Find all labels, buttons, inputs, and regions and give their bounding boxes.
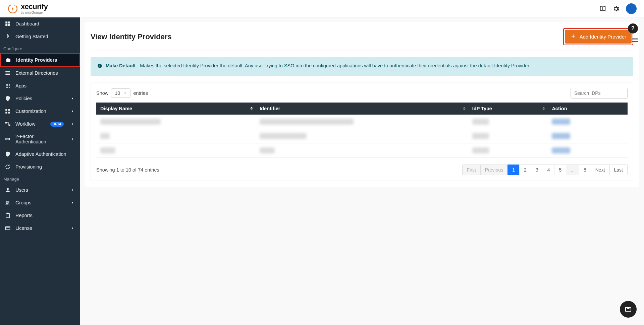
chevron-right-icon <box>70 136 75 142</box>
show-label-post: entries <box>133 90 148 96</box>
sidebar-item-adaptive-auth[interactable]: Adaptive Authentication <box>0 148 80 160</box>
sidebar-section-manage: Manage <box>0 173 80 184</box>
blurred-cell <box>260 147 275 153</box>
col-action: Action <box>548 103 628 115</box>
sidebar-item-label: Apps <box>15 83 75 88</box>
svg-text:123: 123 <box>6 138 9 140</box>
page-last[interactable]: Last <box>609 165 628 175</box>
svg-rect-8 <box>5 73 10 73</box>
entries-select[interactable]: 10 <box>111 88 130 98</box>
svg-point-15 <box>9 85 10 86</box>
svg-rect-3 <box>5 21 7 23</box>
svg-point-10 <box>6 84 7 85</box>
svg-rect-6 <box>8 24 10 26</box>
right-panel-toggle[interactable] <box>632 37 638 43</box>
col-identifier[interactable]: Identifier <box>256 103 468 115</box>
col-idp-type[interactable]: IdP Type <box>468 103 548 115</box>
blurred-cell <box>472 119 489 125</box>
sidebar-item-users[interactable]: Users <box>0 184 80 196</box>
logo-shield-icon <box>7 3 18 14</box>
beta-badge: BETA <box>50 122 64 127</box>
sidebar-item-label: Reports <box>15 213 75 218</box>
sidebar-item-dashboard[interactable]: Dashboard <box>0 17 80 30</box>
table-row <box>96 129 628 143</box>
svg-rect-20 <box>8 109 10 111</box>
sidebar-item-2fa[interactable]: 123 2-Factor Authentication <box>0 130 80 148</box>
page-4[interactable]: 4 <box>543 165 555 175</box>
page-title: View Identity Providers <box>91 32 172 41</box>
svg-point-28 <box>6 201 8 203</box>
gear-icon[interactable] <box>612 5 620 12</box>
chevron-right-icon <box>70 187 75 193</box>
top-header: xecurify by miniOrange <box>0 0 644 17</box>
briefcase-icon <box>5 57 11 63</box>
show-label-pre: Show <box>96 90 108 96</box>
svg-rect-32 <box>5 227 10 230</box>
page-8[interactable]: 8 <box>579 165 591 175</box>
docs-icon[interactable] <box>599 5 606 12</box>
dashboard-icon <box>5 21 11 27</box>
info-banner: i Make Default : Makes the selected Iden… <box>91 57 633 76</box>
svg-point-18 <box>9 87 10 88</box>
idp-table: Display Name Identifier IdP Type <box>96 103 628 158</box>
sidebar-item-groups[interactable]: Groups <box>0 196 80 209</box>
col-display-name[interactable]: Display Name <box>96 103 256 115</box>
sidebar-item-label: Groups <box>15 200 65 205</box>
page-previous[interactable]: Previous <box>480 165 508 175</box>
sidebar-item-policies[interactable]: Policies <box>0 92 80 105</box>
page-1[interactable]: 1 <box>507 165 520 175</box>
sidebar-item-license[interactable]: License <box>0 222 80 235</box>
svg-point-17 <box>7 87 8 88</box>
sidebar-item-apps[interactable]: Apps <box>0 79 80 92</box>
chat-button[interactable] <box>620 301 637 318</box>
brand-logo[interactable]: xecurify by miniOrange <box>7 3 48 14</box>
sidebar-item-label: Customization <box>15 109 65 114</box>
svg-rect-23 <box>5 122 7 124</box>
banner-text: Makes the selected Identity Provider the… <box>139 63 530 68</box>
page-next[interactable]: Next <box>591 165 610 175</box>
svg-point-12 <box>9 84 10 85</box>
svg-text:i: i <box>99 64 100 68</box>
blurred-cell <box>472 147 489 153</box>
page-ellipsis: ... <box>566 165 579 175</box>
blurred-cell <box>552 133 570 139</box>
avatar[interactable] <box>626 3 637 14</box>
group-icon <box>5 200 11 206</box>
sidebar-item-getting-started[interactable]: Getting Started <box>0 30 80 43</box>
sidebar-item-label: External Directories <box>15 70 75 76</box>
sidebar-item-label: Dashboard <box>15 21 75 26</box>
page-5[interactable]: 5 <box>554 165 566 175</box>
search-input[interactable] <box>571 88 628 99</box>
sidebar-item-workflow[interactable]: Workflow BETA <box>0 118 80 130</box>
svg-point-13 <box>6 85 7 86</box>
sidebar-item-reports[interactable]: Reports <box>0 209 80 222</box>
sort-icon <box>463 107 466 110</box>
sidebar-item-identity-providers[interactable]: Identity Providers <box>0 53 80 67</box>
svg-point-27 <box>7 188 9 190</box>
chevron-right-icon <box>70 109 75 114</box>
banner-bold: Make Default : <box>106 63 139 68</box>
sidebar-item-provisioning[interactable]: Provisioning <box>0 160 80 173</box>
shield-check-icon <box>5 151 11 157</box>
sidebar-item-customization[interactable]: Customization <box>0 105 80 118</box>
page-first[interactable]: First <box>462 165 481 175</box>
svg-rect-21 <box>5 112 7 114</box>
chevron-down-icon <box>123 91 127 95</box>
sidebar-item-label: Identity Providers <box>16 57 75 63</box>
blurred-cell <box>100 133 110 139</box>
table-row <box>96 143 628 157</box>
help-button[interactable]: ? <box>628 23 638 34</box>
add-button-label: Add Identity Provider <box>580 34 626 40</box>
sidebar-item-external-directories[interactable]: External Directories <box>0 67 80 79</box>
add-identity-provider-button[interactable]: Add Identity Provider <box>565 30 632 44</box>
plus-icon <box>570 33 576 40</box>
svg-rect-19 <box>5 109 7 111</box>
svg-rect-2 <box>12 8 13 10</box>
page-2[interactable]: 2 <box>519 165 531 175</box>
blurred-cell <box>100 119 161 125</box>
chevron-right-icon <box>70 121 75 127</box>
page-3[interactable]: 3 <box>531 165 543 175</box>
svg-point-29 <box>8 201 9 203</box>
chevron-right-icon <box>70 96 75 101</box>
sidebar-item-label: Adaptive Authentication <box>15 151 75 157</box>
